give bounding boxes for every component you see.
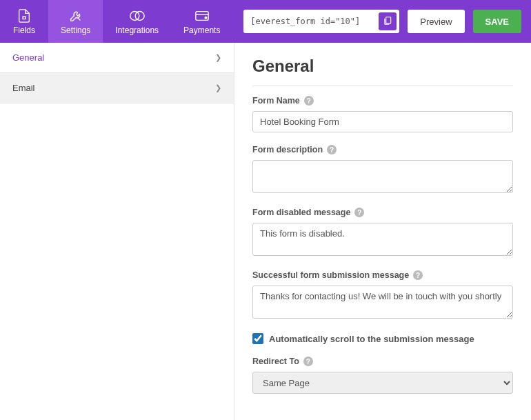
main-panel: General Form Name ? Form description ? F… [234,43,531,420]
svg-rect-0 [23,17,26,19]
success-message-input[interactable]: Thanks for contacting us! We will be in … [252,286,513,319]
form-description-input[interactable] [252,160,513,193]
sidebar-item-label: Email [12,83,35,93]
save-button[interactable]: SAVE [473,10,521,33]
redirect-select[interactable]: Same Page [252,372,513,394]
sidebar: General ❯ Email ❯ [0,43,234,420]
field-disabled-message: Form disabled message ? This form is dis… [252,208,513,258]
header: Fields Settings Integrations Payments Pr… [0,0,531,43]
svg-point-2 [135,12,144,21]
file-icon [16,8,32,24]
field-form-description: Form description ? [252,145,513,195]
svg-point-1 [130,12,139,21]
field-label-text: Form disabled message [252,208,350,217]
form-name-input[interactable] [252,111,513,132]
auto-scroll-checkbox-row[interactable]: Automatically scroll to the submission m… [252,333,513,344]
field-form-name: Form Name ? [252,96,513,132]
field-label-text: Successful form submission message [252,270,409,280]
help-icon[interactable]: ? [413,270,423,280]
page-title: General [252,57,513,76]
clipboard-icon [383,16,392,28]
tools-icon [68,8,84,24]
help-icon[interactable]: ? [303,357,313,366]
tab-fields[interactable]: Fields [0,0,48,43]
tab-integrations[interactable]: Integrations [103,0,171,43]
payments-icon [194,8,210,24]
help-icon[interactable]: ? [304,96,314,106]
sidebar-item-general[interactable]: General ❯ [0,43,234,73]
checkbox-label: Automatically scroll to the submission m… [269,334,474,344]
preview-button[interactable]: Preview [408,10,464,33]
field-label-text: Redirect To [252,357,299,366]
chevron-right-icon: ❯ [215,83,221,92]
header-right: Preview SAVE [234,0,531,43]
tab-settings[interactable]: Settings [48,0,103,43]
svg-point-5 [205,17,207,19]
tab-payments[interactable]: Payments [171,0,232,43]
tab-label: Payments [183,26,220,35]
shortcode-box [243,10,399,33]
field-success-message: Successful form submission message ? Tha… [252,270,513,321]
chevron-right-icon: ❯ [215,53,221,62]
help-icon[interactable]: ? [354,208,364,217]
tab-label: Integrations [115,26,159,35]
tab-label: Settings [61,26,90,35]
disabled-message-input[interactable]: This form is disabled. [252,223,513,256]
auto-scroll-checkbox[interactable] [252,333,263,344]
tab-label: Fields [13,26,35,35]
help-icon[interactable]: ? [327,145,337,154]
sidebar-item-email[interactable]: Email ❯ [0,73,234,103]
shortcode-input[interactable] [250,17,379,26]
field-label-text: Form description [252,145,323,154]
integrations-icon [129,8,146,24]
field-label-text: Form Name [252,96,300,106]
sidebar-item-label: General [12,52,44,63]
field-redirect: Redirect To ? Same Page [252,357,513,394]
copy-button[interactable] [379,12,397,30]
divider [252,86,513,86]
svg-rect-6 [386,17,391,23]
